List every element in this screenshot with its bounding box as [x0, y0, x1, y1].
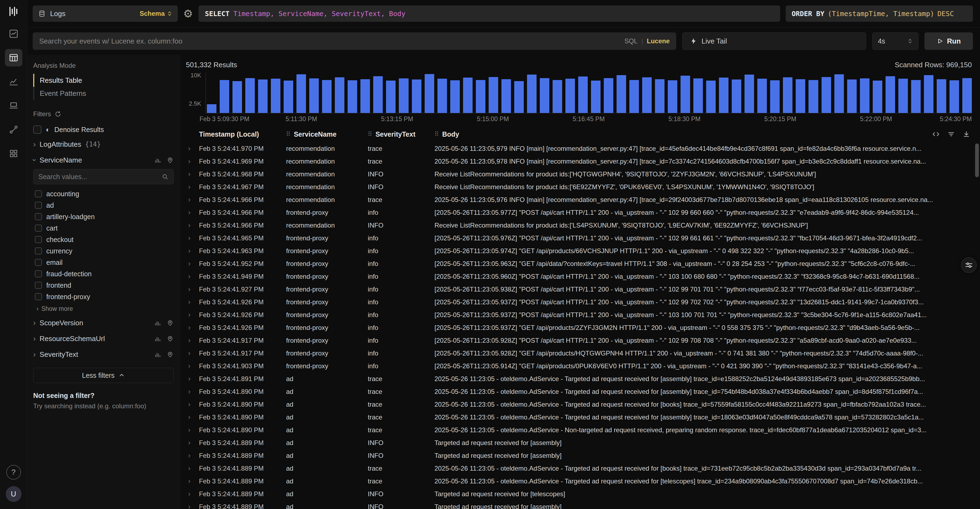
display-options-button[interactable] — [961, 257, 977, 273]
filter-value-item[interactable]: frontend-proxy — [33, 291, 174, 302]
row-expand-chevron-icon[interactable]: › — [185, 259, 199, 268]
histogram-bar[interactable] — [642, 77, 652, 113]
histogram-bar[interactable] — [860, 78, 869, 113]
row-expand-chevron-icon[interactable]: › — [185, 208, 199, 217]
bar-chart-icon[interactable] — [154, 156, 161, 164]
row-expand-chevron-icon[interactable]: › — [185, 349, 199, 357]
histogram-bar[interactable] — [745, 75, 754, 113]
row-expand-chevron-icon[interactable]: › — [185, 490, 199, 498]
filter-group-servicename[interactable]: › ServiceName — [33, 152, 174, 168]
table-row[interactable]: › Feb 3 5:24:41.926 PM frontend-proxy in… — [185, 296, 980, 309]
histogram-bar[interactable] — [681, 76, 690, 113]
row-expand-chevron-icon[interactable]: › — [185, 362, 199, 370]
table-row[interactable]: › Feb 3 5:24:41.889 PM ad INFO Targeted … — [185, 500, 980, 509]
table-row[interactable]: › Feb 3 5:24:41.889 PM ad INFO Targeted … — [185, 436, 980, 449]
histogram-bar[interactable] — [488, 77, 498, 113]
histogram-bar[interactable] — [450, 80, 460, 113]
histogram-bar[interactable] — [847, 80, 857, 113]
table-scrollbar[interactable] — [975, 143, 979, 507]
row-expand-chevron-icon[interactable]: › — [185, 157, 199, 165]
table-row[interactable]: › Feb 3 5:24:41.966 PM recommendation tr… — [185, 193, 980, 206]
refresh-interval-select[interactable]: 4s — [872, 32, 918, 50]
checkbox[interactable] — [35, 224, 42, 232]
row-expand-chevron-icon[interactable]: › — [185, 196, 199, 204]
search-logs-icon[interactable] — [5, 49, 22, 67]
histogram-bar[interactable] — [245, 78, 255, 113]
row-expand-chevron-icon[interactable]: › — [185, 323, 199, 332]
event-search-input[interactable]: Search your events w/ Lucene ex. column:… — [33, 32, 676, 50]
row-expand-chevron-icon[interactable]: › — [185, 387, 199, 396]
filter-group-logattributes[interactable]: › LogAttributes {14} — [33, 136, 174, 152]
table-row[interactable]: › Feb 3 5:24:41.966 PM frontend-proxy in… — [185, 206, 980, 219]
table-row[interactable]: › Feb 3 5:24:41.917 PM frontend-proxy in… — [185, 347, 980, 359]
header-servicename[interactable]: ⠿ ServiceName — [286, 130, 368, 138]
table-row[interactable]: › Feb 3 5:24:41.967 PM recommendation IN… — [185, 180, 980, 193]
code-view-icon[interactable] — [932, 130, 940, 138]
query-language-toggle[interactable]: SQL | Lucene — [624, 37, 670, 45]
drag-handle-icon[interactable]: ⠿ — [368, 130, 372, 138]
histogram-bar[interactable] — [898, 79, 908, 113]
row-expand-chevron-icon[interactable]: › — [185, 336, 199, 345]
filter-group-resourceschemaurl[interactable]: › ResourceSchemaUrl — [33, 331, 174, 347]
histogram-bar[interactable] — [783, 77, 792, 113]
table-row[interactable]: › Feb 3 5:24:41.949 PM frontend-proxy in… — [185, 270, 980, 283]
histogram-bar[interactable] — [873, 81, 882, 113]
histogram-bar[interactable] — [950, 80, 959, 113]
column-options-icon[interactable] — [947, 130, 955, 138]
user-avatar[interactable]: U — [6, 486, 22, 502]
run-button[interactable]: Run — [924, 32, 973, 50]
histogram-bar[interactable] — [296, 74, 306, 113]
table-row[interactable]: › Feb 3 5:24:41.891 PM ad trace 2025-05-… — [185, 372, 980, 385]
filter-value-item[interactable]: accounting — [33, 188, 174, 199]
histogram-bar[interactable] — [565, 79, 575, 113]
row-expand-chevron-icon[interactable]: › — [185, 247, 199, 255]
pin-icon[interactable] — [167, 319, 174, 326]
histogram-bar[interactable] — [834, 74, 844, 113]
chart-explorer-icon[interactable] — [5, 73, 22, 91]
table-row[interactable]: › Feb 3 5:24:41.927 PM frontend-proxy in… — [185, 283, 980, 296]
histogram-bar[interactable] — [232, 81, 242, 113]
table-row[interactable]: › Feb 3 5:24:41.965 PM frontend-proxy in… — [185, 232, 980, 245]
histogram-bar[interactable] — [937, 79, 946, 113]
histogram-bar[interactable] — [399, 78, 408, 113]
checkbox[interactable] — [35, 247, 42, 254]
checkbox[interactable] — [35, 202, 42, 209]
help-button[interactable]: ? — [6, 465, 21, 480]
header-body[interactable]: ⠿ Body — [434, 130, 927, 138]
histogram-bar[interactable] — [335, 77, 344, 113]
table-row[interactable]: › Feb 3 5:24:41.968 PM recommendation IN… — [185, 168, 980, 180]
histogram-bar[interactable] — [322, 80, 332, 113]
pin-icon[interactable] — [167, 335, 174, 342]
filter-value-item[interactable]: frontend — [33, 280, 174, 291]
row-expand-chevron-icon[interactable]: › — [185, 400, 199, 409]
row-expand-chevron-icon[interactable]: › — [185, 451, 199, 460]
table-row[interactable]: › Feb 3 5:24:41.926 PM frontend-proxy in… — [185, 321, 980, 334]
filter-value-item[interactable]: email — [33, 257, 174, 268]
filter-value-search-input[interactable]: Search values... — [33, 169, 174, 184]
bar-chart-icon[interactable] — [154, 335, 161, 342]
histogram-bar[interactable] — [591, 81, 601, 113]
histogram-bar[interactable] — [924, 75, 934, 113]
mode-event-patterns[interactable]: Event Patterns — [33, 87, 174, 100]
live-tail-button[interactable]: Live Tail — [682, 32, 866, 50]
traces-graph-icon[interactable] — [5, 121, 22, 138]
table-row[interactable]: › Feb 3 5:24:41.889 PM ad INFO Targeted … — [185, 487, 980, 500]
show-more-button[interactable]: › Show more — [33, 302, 174, 315]
table-row[interactable]: › Feb 3 5:24:41.890 PM ad trace 2025-05-… — [185, 423, 980, 436]
histogram-bar[interactable] — [348, 80, 357, 113]
histogram-bar[interactable] — [258, 80, 267, 113]
histogram-bar[interactable] — [694, 78, 703, 113]
checkbox[interactable] — [35, 259, 42, 266]
sql-select-editor[interactable]: SELECT Timestamp, ServiceName, SeverityT… — [199, 5, 780, 22]
histogram-bar[interactable] — [808, 80, 818, 113]
scrollbar-thumb[interactable] — [975, 143, 979, 177]
bar-chart-icon[interactable] — [154, 319, 161, 326]
row-expand-chevron-icon[interactable]: › — [185, 234, 199, 242]
filter-group-scopeversion[interactable]: › ScopeVersion — [33, 315, 174, 331]
order-by-editor[interactable]: ORDER BY (TimestampTime, Timestamp) DESC — [786, 5, 973, 22]
histogram-bar[interactable] — [463, 78, 473, 113]
filter-value-item[interactable]: checkout — [33, 234, 174, 245]
table-row[interactable]: › Feb 3 5:24:41.970 PM recommendation tr… — [185, 142, 980, 155]
source-selector[interactable]: Logs Schema — [33, 5, 178, 22]
drag-handle-icon[interactable]: ⠿ — [286, 130, 290, 138]
